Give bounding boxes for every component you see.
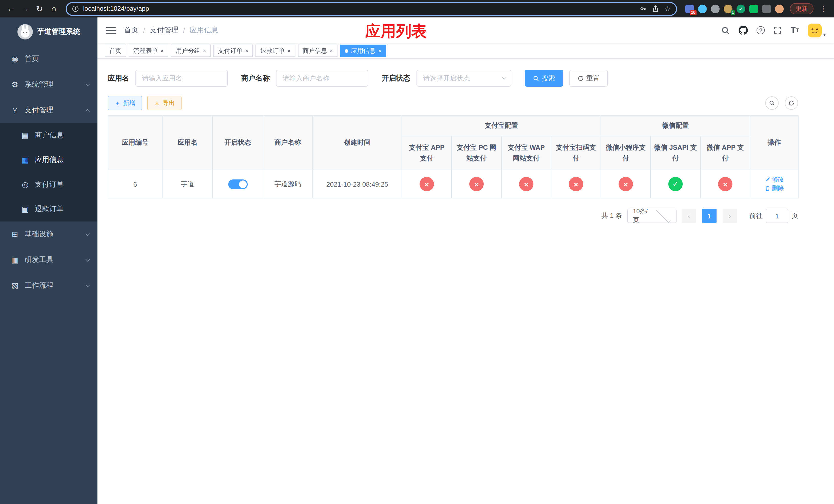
forward-icon[interactable]: → [19,2,32,15]
cell-status [213,170,263,198]
status-label: 开启状态 [381,74,410,83]
sidebar-item-home[interactable]: ◉ 首页 [0,46,97,72]
tab-close-icon[interactable]: × [245,48,248,54]
prev-page-button[interactable]: ‹ [682,209,696,223]
sidebar-item-app-info[interactable]: ▦ 应用信息 [0,148,97,172]
search-icon[interactable] [721,26,730,35]
tab-close-icon[interactable]: × [378,48,381,54]
reload-icon[interactable]: ↻ [33,2,46,15]
status-select[interactable]: 请选择开启状态 [416,70,511,87]
col-wx-jsapi: 微信 JSAPI 支付 [651,136,700,170]
refresh-icon[interactable] [785,96,798,110]
password-key-icon[interactable] [640,5,647,12]
extension-check-icon[interactable] [737,4,745,13]
current-page-button[interactable]: 1 [702,209,717,223]
app-logo[interactable]: 芋道管理系统 [0,18,97,46]
bookmark-star-icon[interactable]: ☆ [664,5,671,13]
main-area: 首页 / 支付管理 / 应用信息 应用列表 ? [97,18,834,504]
sidebar-item-system[interactable]: ⚙ 系统管理 [0,72,97,97]
update-button[interactable]: 更新 [790,3,813,14]
extension-globe-icon[interactable] [711,4,720,13]
trash-icon [765,186,770,191]
apps-table: 应用编号 应用名 开启状态 商户名称 创建时间 支付宝配置 微信配置 操作 支付… [108,115,798,199]
col-wx-mini: 微信小程序支付 [601,136,651,170]
page-unit-label: 页 [791,211,798,221]
user-avatar[interactable]: ▾ [808,23,826,37]
status-toggle[interactable] [228,179,247,189]
group-alipay-config: 支付宝配置 [402,116,601,136]
help-icon[interactable]: ? [757,26,765,35]
workflow-icon: ▧ [10,281,20,290]
site-info-icon[interactable] [72,5,79,12]
extension-avatar-icon[interactable]: 1 [724,4,732,13]
chrome-menu-icon[interactable]: ⋮ [816,2,830,15]
show-search-icon[interactable] [765,96,778,110]
col-alipay-pc: 支付宝 PC 网站支付 [452,136,501,170]
extension-drop-icon[interactable] [698,4,707,13]
extension-chat-icon[interactable] [749,4,758,13]
search-button[interactable]: 搜索 [525,70,563,87]
tab-home[interactable]: 首页 [105,45,126,57]
edit-link[interactable]: 修改 [765,175,784,184]
yen-icon: ¥ [10,106,20,115]
github-icon[interactable] [739,26,748,35]
merchant-name-input[interactable] [276,70,368,87]
sidebar-item-refund-orders[interactable]: ▣ 退款订单 [0,197,97,222]
tab-merchant-info[interactable]: 商户信息× [298,45,338,57]
share-icon[interactable] [652,5,659,12]
sidebar-item-merchant-info[interactable]: ▤ 商户信息 [0,123,97,148]
back-icon[interactable]: ← [4,2,18,15]
export-button[interactable]: 导出 [147,96,181,110]
tab-close-icon[interactable]: × [160,48,164,54]
reset-button[interactable]: 重置 [569,70,608,87]
extensions-puzzle-icon[interactable] [762,4,771,13]
sidebar-item-infrastructure[interactable]: ⊞ 基础设施 [0,222,97,247]
delete-link[interactable]: 删除 [765,184,784,193]
extension-grid-icon[interactable]: 10 [685,4,694,13]
col-merchant: 商户名称 [263,116,313,170]
breadcrumb-payment[interactable]: 支付管理 [150,26,178,35]
grid-icon: ▦ [21,155,30,165]
home-icon[interactable]: ⌂ [47,2,61,15]
sidebar-item-payment[interactable]: ¥ 支付管理 [0,97,97,123]
tab-pay-orders[interactable]: 支付订单× [213,45,253,57]
sidebar-item-workflow[interactable]: ▧ 工作流程 [0,273,97,298]
wx-mini-status-icon: × [619,177,633,191]
chevron-down-icon [86,231,90,236]
page-size-select[interactable]: 10条/页 [627,209,677,223]
table-toolbar: ＋ 新增 导出 [108,96,798,110]
tab-process-form[interactable]: 流程表单× [129,45,169,57]
col-wx-app: 微信 APP 支付 [700,136,750,170]
alipay-app-status-icon: × [420,177,434,191]
tab-close-icon[interactable]: × [330,48,333,54]
sidebar-item-pay-orders[interactable]: ◎ 支付订单 [0,172,97,197]
goto-page-input[interactable] [766,209,788,223]
tab-user-group[interactable]: 用户分组× [171,45,211,57]
chevron-down-icon [86,283,90,287]
font-size-icon[interactable]: TT [791,26,799,35]
tab-app-info[interactable]: 应用信息× [340,45,386,57]
next-page-button[interactable]: › [723,209,737,223]
chevron-down-icon [86,82,90,86]
avatar-emoji [808,23,822,37]
sidebar-toggle-icon[interactable] [106,27,116,34]
address-bar[interactable]: localhost:1024/pay/app ☆ [66,2,677,16]
app-name-input[interactable] [135,70,228,87]
fullscreen-icon[interactable] [774,26,782,35]
tab-close-icon[interactable]: × [203,48,206,54]
tab-refund-orders[interactable]: 退款订单× [256,45,295,57]
tab-close-icon[interactable]: × [287,48,291,54]
profile-avatar-icon[interactable] [775,4,784,13]
extensions-cluster: 10 1 [685,4,784,13]
alipay-pc-status-icon: × [469,177,484,191]
col-alipay-qr: 支付宝扫码支付 [551,136,601,170]
sidebar-item-dev-tools[interactable]: ▥ 研发工具 [0,247,97,273]
wx-jsapi-status-icon: ✓ [668,177,683,191]
group-wechat-config: 微信配置 [601,116,750,136]
breadcrumb-home[interactable]: 首页 [124,26,138,35]
cell-app-id: 6 [108,170,162,198]
caret-down-icon: ▾ [823,31,826,37]
extension-avatar-badge: 1 [731,10,735,15]
col-status: 开启状态 [213,116,263,170]
add-button[interactable]: ＋ 新增 [108,96,142,110]
